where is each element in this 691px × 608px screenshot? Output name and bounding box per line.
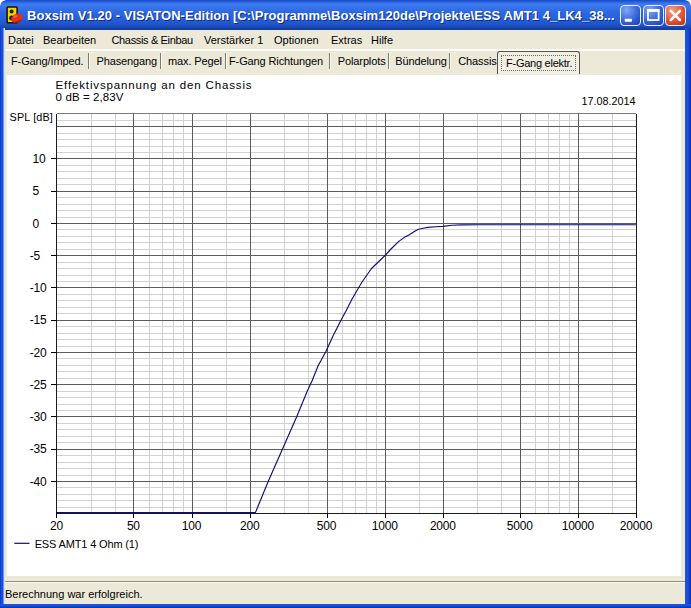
svg-text:-10: -10 bbox=[30, 281, 47, 295]
svg-text:0: 0 bbox=[33, 217, 40, 231]
svg-text:200: 200 bbox=[240, 519, 260, 533]
svg-text:Effektivspannung an den Chassi: Effektivspannung an den Chassis bbox=[56, 79, 253, 91]
svg-text:10000: 10000 bbox=[562, 519, 595, 533]
svg-text:-30: -30 bbox=[30, 410, 47, 424]
svg-text:0 dB = 2,83V: 0 dB = 2,83V bbox=[56, 91, 124, 103]
svg-text:ESS AMT1 4 Ohm (1): ESS AMT1 4 Ohm (1) bbox=[35, 538, 139, 550]
svg-text:-5: -5 bbox=[30, 249, 41, 263]
svg-text:20000: 20000 bbox=[620, 519, 653, 533]
svg-text:17.08.2014: 17.08.2014 bbox=[581, 95, 635, 107]
svg-text:2000: 2000 bbox=[430, 519, 456, 533]
svg-text:50: 50 bbox=[127, 519, 140, 533]
svg-text:5000: 5000 bbox=[507, 519, 533, 533]
svg-text:20: 20 bbox=[50, 519, 63, 533]
svg-text:-15: -15 bbox=[30, 313, 47, 327]
svg-text:1000: 1000 bbox=[372, 519, 398, 533]
svg-text:-20: -20 bbox=[30, 346, 47, 360]
svg-text:500: 500 bbox=[317, 519, 337, 533]
svg-text:-35: -35 bbox=[30, 442, 47, 456]
svg-text:10: 10 bbox=[33, 152, 46, 166]
svg-text:-40: -40 bbox=[30, 475, 47, 489]
svg-text:SPL [dB]: SPL [dB] bbox=[10, 111, 53, 123]
svg-text:-25: -25 bbox=[30, 378, 47, 392]
svg-text:5: 5 bbox=[33, 184, 40, 198]
svg-text:100: 100 bbox=[182, 519, 202, 533]
